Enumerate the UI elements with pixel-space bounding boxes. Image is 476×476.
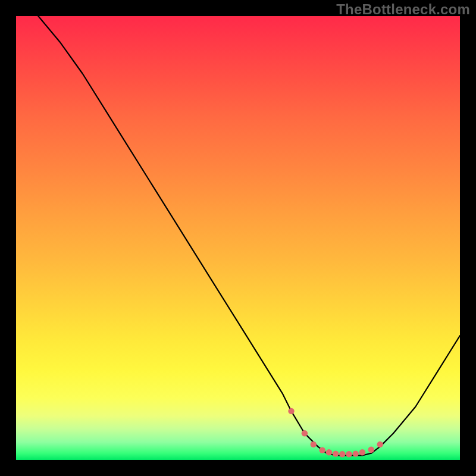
marker-dot bbox=[359, 449, 365, 455]
marker-dot bbox=[339, 451, 345, 457]
watermark-text: TheBottleneck.com bbox=[336, 1, 470, 18]
marker-dot bbox=[353, 450, 359, 456]
optimal-range-dots bbox=[288, 408, 383, 458]
plot-area bbox=[16, 16, 460, 460]
marker-dot bbox=[368, 447, 374, 453]
marker-dot bbox=[302, 430, 308, 436]
marker-dot bbox=[326, 449, 332, 455]
marker-dot bbox=[333, 450, 339, 456]
marker-dot bbox=[320, 447, 325, 453]
bottleneck-curve-path bbox=[38, 16, 460, 456]
marker-dot bbox=[311, 441, 317, 447]
chart-svg bbox=[16, 16, 460, 460]
marker-dot bbox=[377, 441, 383, 447]
chart-frame: TheBottleneck.com bbox=[0, 0, 476, 476]
marker-dot bbox=[346, 451, 352, 457]
marker-dot bbox=[288, 408, 294, 414]
